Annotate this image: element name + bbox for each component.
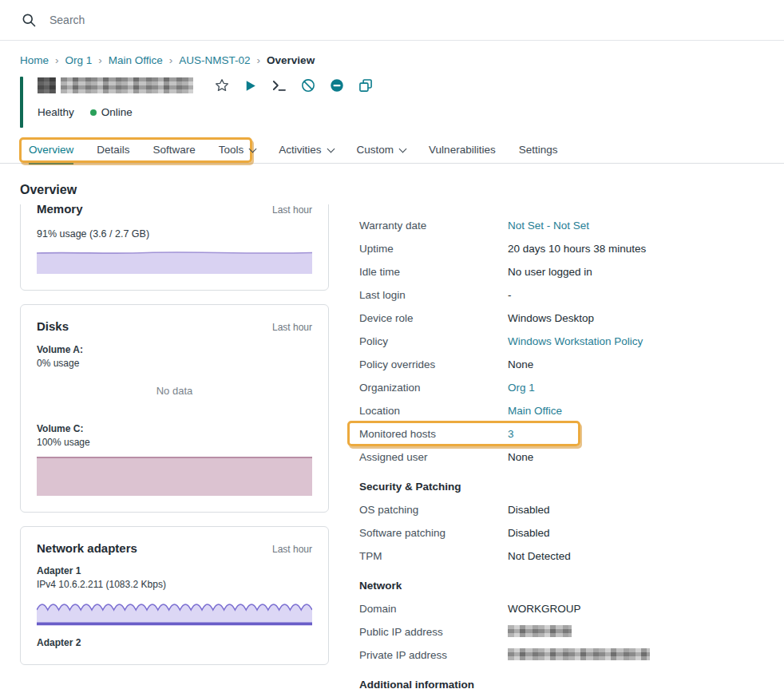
detail-label: Location [359, 405, 508, 417]
terminal-icon[interactable] [271, 77, 287, 93]
tab-label: Activities [279, 144, 321, 156]
detail-value-text[interactable]: Not Set - Not Set [508, 220, 589, 232]
detail-row: OS patching Disabled [359, 498, 762, 521]
tab[interactable]: Details [97, 141, 129, 164]
detail-value-text: None [508, 358, 533, 370]
tab-label: Details [97, 144, 129, 156]
detail-value-text: Windows Desktop [508, 312, 594, 324]
detail-value-text: None [508, 451, 533, 463]
volume-a-name: Volume A: [37, 344, 312, 355]
adapter1-detail: IPv4 10.6.2.211 (1083.2 Kbps) [37, 579, 312, 590]
detail-row: Domain WORKGROUP [359, 597, 762, 620]
detail-value: None [508, 358, 533, 370]
clone-icon[interactable] [358, 77, 374, 93]
device-tabs: Overview Details Software Tools Activiti… [29, 141, 557, 164]
device-status-label: Online [101, 106, 133, 118]
detail-label: Device role [359, 312, 508, 324]
detail-value [508, 625, 572, 640]
detail-value: Not Detected [508, 550, 571, 562]
detail-value: Disabled [508, 527, 550, 539]
health-status-bar [20, 77, 23, 128]
disable-circle-slash-icon[interactable] [300, 77, 316, 93]
breadcrumb-link[interactable]: Main Office [109, 54, 163, 66]
detail-value: Not Set - Not Set [508, 220, 589, 232]
memory-card: Memory Last hour 91% usage (3.6 / 2.7 GB… [20, 204, 329, 291]
volume-a-no-data: No data [37, 369, 312, 412]
breadcrumb-separator: › [169, 54, 173, 66]
network-detail-rows: Domain WORKGROUP Public IP address Priva… [359, 597, 762, 667]
detail-label: Organization [359, 382, 508, 394]
adapter2-name: Adapter 2 [37, 637, 312, 648]
device-header: Healthy Online [20, 75, 762, 131]
tab-label: Software [153, 144, 196, 156]
suspend-circle-minus-icon[interactable] [329, 77, 345, 93]
adapter1-name: Adapter 1 [37, 565, 312, 576]
detail-value: No user logged in [508, 266, 592, 278]
section-title-network: Network [359, 574, 762, 597]
security-detail-rows: OS patching Disabled Software patching D… [359, 498, 762, 568]
breadcrumb-link[interactable]: Org 1 [65, 54, 93, 66]
tab[interactable]: Activities [279, 141, 333, 164]
detail-row: Location Main Office [359, 399, 762, 422]
disks-card-period: Last hour [272, 322, 312, 333]
tab-label: Settings [519, 144, 558, 156]
breadcrumb-item: AUS-NMST-02 › [179, 54, 267, 66]
memory-card-period: Last hour [272, 204, 312, 216]
detail-label: Idle time [359, 266, 508, 278]
detail-value: Disabled [508, 504, 550, 516]
detail-value: Windows Desktop [508, 312, 594, 324]
detail-label: Assigned user [359, 451, 508, 463]
detail-row: Policy Windows Workstation Policy [359, 330, 762, 353]
detail-row: TPM Not Detected [359, 544, 762, 568]
device-action-icons [214, 77, 374, 93]
breadcrumb-separator: › [257, 54, 261, 66]
detail-value-text[interactable]: Main Office [508, 405, 562, 417]
detail-row: Idle time No user logged in [359, 260, 762, 283]
page-title: Overview [20, 183, 77, 197]
search-icon[interactable] [21, 12, 37, 28]
memory-card-title: Memory [37, 204, 83, 216]
detail-value-text: Not Detected [508, 550, 571, 562]
network-card-title: Network adapters [37, 541, 137, 555]
tab[interactable]: Vulnerabilities [429, 141, 496, 164]
detail-value: Main Office [508, 405, 562, 417]
tab[interactable]: Software [153, 141, 196, 164]
tab-label: Overview [29, 144, 73, 156]
tab[interactable]: Overview [29, 141, 73, 164]
detail-row: Organization Org 1 [359, 376, 762, 399]
breadcrumb-link[interactable]: AUS-NMST-02 [179, 54, 250, 66]
detail-label: Last login [359, 289, 508, 301]
section-title-additional: Additional information [359, 673, 762, 693]
detail-label: Domain [359, 603, 508, 615]
detail-row: Software patching Disabled [359, 521, 762, 544]
detail-label: Uptime [359, 243, 508, 255]
breadcrumb-link[interactable]: Home [20, 54, 49, 66]
search-input[interactable] [48, 13, 386, 27]
detail-value: 20 days 10 hours 38 minutes [508, 243, 646, 255]
detail-value: Org 1 [508, 382, 535, 394]
disks-card: Disks Last hour Volume A: 0% usage No da… [20, 304, 329, 513]
chevron-down-icon [399, 145, 407, 152]
detail-row: Public IP address [359, 620, 762, 644]
detail-row: Private IP address [359, 644, 762, 667]
device-details-panel: Warranty date Not Set - Not Set Uptime 2… [359, 214, 762, 693]
tab[interactable]: Tools [219, 141, 256, 164]
detail-row: Warranty date Not Set - Not Set [359, 214, 762, 237]
top-bar [0, 0, 784, 41]
network-adapters-card: Network adapters Last hour Adapter 1 IPv… [20, 526, 329, 665]
favorite-star-icon[interactable] [214, 77, 230, 93]
volume-a-usage: 0% usage [37, 358, 312, 369]
general-detail-rows: Warranty date Not Set - Not Set Uptime 2… [359, 214, 762, 469]
tab[interactable]: Settings [519, 141, 558, 164]
run-play-icon[interactable] [243, 78, 258, 93]
memory-usage-label: 91% usage (3.6 / 2.7 GB) [37, 228, 312, 240]
detail-value-text[interactable]: Windows Workstation Policy [508, 335, 643, 347]
detail-label: Policy overrides [359, 358, 508, 370]
detail-value [508, 648, 650, 663]
detail-value-text[interactable]: Org 1 [508, 382, 535, 394]
tab[interactable]: Custom [357, 141, 406, 164]
detail-label: Private IP address [359, 649, 508, 661]
chevron-down-icon [249, 145, 257, 152]
online-status-dot [90, 109, 97, 116]
detail-value-text[interactable]: 3 [508, 428, 514, 440]
